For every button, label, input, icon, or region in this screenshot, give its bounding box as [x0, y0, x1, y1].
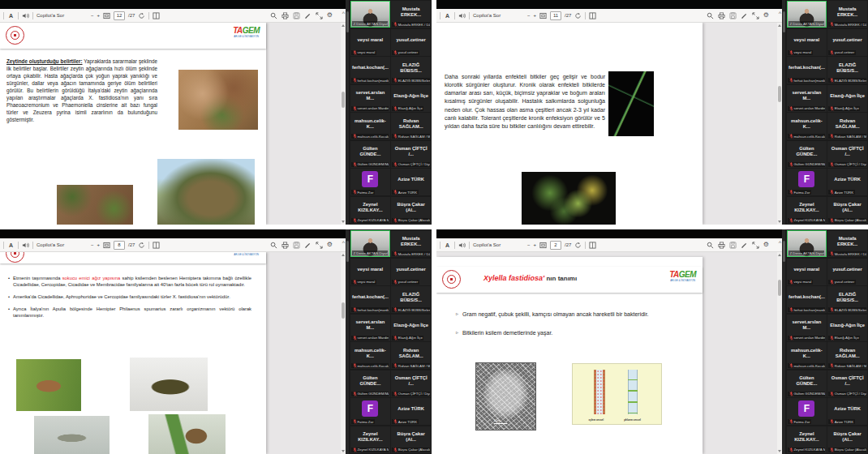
settings-gear-icon[interactable]: ⚙ — [763, 12, 769, 19]
text-size-button[interactable]: A — [7, 241, 15, 250]
participant-tile[interactable]: mahsun.celik-K... mahsun.celik-Kocakö... — [787, 342, 827, 369]
participant-tile[interactable]: Gülten GÜNDE... Gülten GÜNDEM/MA... — [787, 141, 827, 168]
zoom-in-button[interactable]: + — [97, 13, 101, 18]
participant-tile[interactable]: Büşra Çakar (Al... Büşra Çakar (Alacaka.… — [827, 197, 867, 224]
participant-tile[interactable]: F Fatma Zor — [350, 398, 390, 425]
settings-gear-icon[interactable]: ⚙ — [763, 242, 769, 248]
read-aloud-icon[interactable] — [458, 11, 466, 20]
collapse-toolbar-caret[interactable]: ^ — [342, 11, 345, 16]
zoom-in-button[interactable]: + — [534, 13, 537, 18]
participant-tile[interactable]: Mustafa ERKEK... Mustafa ERKEK / DZ... — [391, 230, 431, 257]
participant-tile[interactable]: Azize TÜRK Azize TÜRK — [827, 398, 867, 425]
participant-tile[interactable]: veysi maral veysi maral — [787, 259, 827, 285]
panel-scrollbar[interactable] — [346, 229, 349, 454]
participant-tile[interactable]: Mustafa ERKEK... Mustafa ERKEK / DZ... — [827, 1, 867, 28]
participant-tile[interactable]: Elazığ-Ağın İlçe Elazığ-Ağın İlçe — [391, 315, 431, 341]
participant-tile[interactable]: yusuf.cetiner yusuf.cetiner — [827, 29, 867, 56]
fit-page-icon[interactable] — [103, 11, 110, 20]
participant-tile[interactable]: Azize TÜRK Azize TÜRK — [391, 169, 431, 195]
participant-tile[interactable]: Osman ÇİFTÇİ /... Osman ÇİFTÇİ / Diyar..… — [827, 370, 867, 397]
read-aloud-icon[interactable] — [22, 241, 29, 250]
text-size-button[interactable]: A — [444, 241, 451, 250]
print-icon[interactable] — [281, 11, 289, 20]
participant-tile[interactable]: Gülten GÜNDE... Gülten GÜNDEM/MA... — [787, 370, 827, 397]
fit-page-icon[interactable] — [103, 241, 110, 250]
participant-tile[interactable]: Azize TÜRK Azize TÜRK — [827, 169, 867, 195]
page-number-input[interactable]: 8 — [114, 241, 125, 250]
search-icon[interactable] — [707, 11, 714, 20]
page-view-icon[interactable] — [153, 241, 160, 250]
participant-tile[interactable]: yusuf.cetiner yusuf.cetiner — [391, 259, 431, 285]
fullscreen-icon[interactable] — [752, 11, 759, 20]
collapse-toolbar-caret[interactable]: ^ — [342, 240, 345, 246]
text-size-button[interactable]: A — [7, 11, 15, 20]
participant-tile[interactable]: Azize TÜRK Azize TÜRK — [391, 398, 431, 425]
fit-page-icon[interactable] — [539, 241, 547, 250]
participant-tile[interactable]: Zeynel KIZILKAY... Zeynel KIZILKAYA MA..… — [350, 426, 390, 453]
participant-tile[interactable]: veysi maral veysi maral — [787, 29, 827, 56]
participant-tile[interactable]: Büşra Çakar (Al... Büşra Çakar (Alacaka.… — [391, 426, 431, 453]
copilot-button[interactable]: Copilot'a Sor — [473, 242, 501, 247]
save-icon[interactable] — [293, 241, 300, 250]
search-icon[interactable] — [707, 241, 714, 250]
participant-tile[interactable]: ferhat.kochan(... ferhat.kochan(mardin..… — [787, 286, 827, 313]
save-icon[interactable] — [729, 241, 737, 250]
participant-tile[interactable]: veysi maral veysi maral — [350, 29, 390, 56]
participant-tile[interactable]: ferhat.kochan(... ferhat.kochan(mardin..… — [350, 286, 390, 313]
participant-tile[interactable]: F Fatma Zor — [787, 398, 827, 425]
participant-tile[interactable]: ELAZIĞ BÜBS/S... ELAZIĞ BÜBS/Selen T... — [827, 286, 867, 313]
panel-scrollbar[interactable] — [346, 0, 349, 225]
search-icon[interactable] — [270, 241, 277, 250]
fullscreen-icon[interactable] — [316, 11, 323, 20]
zoom-out-button[interactable]: − — [91, 242, 94, 247]
panel-scrollbar[interactable] — [782, 229, 785, 454]
rotate-icon[interactable] — [574, 241, 582, 250]
participant-tile[interactable]: mahsun.celik-K... mahsun.celik-Kocakö... — [350, 342, 390, 369]
participant-tile[interactable]: Osman ÇİFTÇİ /... Osman ÇİFTÇİ / Diyar..… — [391, 370, 431, 397]
presenter-video-tile[interactable]: Z.Deren AKTAN-Diyarbak.. — [787, 230, 827, 257]
participant-tile[interactable]: servet.arslan M... servet.arslan Mardin/… — [350, 85, 390, 112]
participant-tile[interactable]: Zeynel KIZILKAY... Zeynel KIZILKAYA MA..… — [787, 197, 827, 224]
participant-tile[interactable]: yusuf.cetiner yusuf.cetiner — [827, 259, 867, 285]
fullscreen-icon[interactable] — [316, 241, 323, 250]
rotate-icon[interactable] — [574, 11, 582, 20]
zoom-out-button[interactable]: − — [91, 13, 94, 18]
participant-tile[interactable]: mahsun.celik-K... mahsun.celik-Kocakö... — [787, 113, 827, 139]
participant-tile[interactable]: Gülten GÜNDE... Gülten GÜNDEM/MA... — [350, 141, 390, 168]
rotate-icon[interactable] — [138, 241, 145, 250]
participant-tile[interactable]: Osman ÇİFTÇİ /... Osman ÇİFTÇİ / Diyar..… — [391, 141, 431, 168]
copilot-button[interactable]: Copilot'a Sor — [37, 13, 64, 18]
draw-icon[interactable] — [304, 241, 312, 250]
page-number-input[interactable]: 2 — [550, 241, 561, 250]
save-icon[interactable] — [293, 11, 300, 20]
page-view-icon[interactable] — [153, 11, 160, 20]
participant-tile[interactable]: ferhat.kochan(... ferhat.kochan(mardin..… — [350, 57, 390, 84]
fullscreen-icon[interactable] — [752, 241, 759, 250]
collapse-toolbar-caret[interactable]: ^ — [779, 11, 781, 16]
participant-tile[interactable]: Rıdvan SAĞLAM... Rıdvan SAĞLAM / MA... — [391, 113, 431, 139]
print-icon[interactable] — [281, 241, 289, 250]
page-view-icon[interactable] — [589, 241, 596, 250]
presenter-video-tile[interactable]: Z.Deren AKTAN-Diyarbak.. — [350, 230, 390, 257]
participant-tile[interactable]: Gülten GÜNDE... Gülten GÜNDEM/MA... — [350, 370, 390, 397]
zoom-out-button[interactable]: − — [527, 242, 531, 247]
participant-tile[interactable]: Büşra Çakar (Al... Büşra Çakar (Alacaka.… — [391, 197, 431, 224]
page-number-input[interactable]: 11 — [550, 11, 561, 20]
copilot-button[interactable]: Copilot'a Sor — [473, 13, 501, 18]
search-icon[interactable] — [270, 11, 277, 20]
settings-gear-icon[interactable]: ⚙ — [327, 242, 333, 248]
page-number-input[interactable]: 12 — [114, 11, 125, 20]
copilot-button[interactable]: Copilot'a Sor — [37, 242, 64, 247]
participant-tile[interactable]: Rıdvan SAĞLAM... Rıdvan SAĞLAM / MA... — [827, 342, 867, 369]
zoom-out-button[interactable]: − — [527, 13, 531, 18]
read-aloud-icon[interactable] — [458, 241, 466, 250]
participant-tile[interactable]: servet.arslan M... servet.arslan Mardin/… — [350, 315, 390, 341]
participant-tile[interactable]: ferhat.kochan(... ferhat.kochan(mardin..… — [787, 57, 827, 84]
presenter-video-tile[interactable]: Z.Deren AKTAN-Diyarbak.. — [787, 1, 827, 28]
participant-tile[interactable]: Elazığ-Ağın İlçe Elazığ-Ağın İlçe — [391, 85, 431, 112]
print-icon[interactable] — [718, 11, 725, 20]
settings-gear-icon[interactable]: ⚙ — [327, 12, 333, 19]
participant-tile[interactable]: ELAZIĞ BÜBS/S... ELAZIĞ BÜBS/Selen T... — [391, 57, 431, 84]
participant-tile[interactable]: Mustafa ERKEK... Mustafa ERKEK / DZ... — [827, 230, 867, 257]
participant-tile[interactable]: ELAZIĞ BÜBS/S... ELAZIĞ BÜBS/Selen T... — [391, 286, 431, 313]
